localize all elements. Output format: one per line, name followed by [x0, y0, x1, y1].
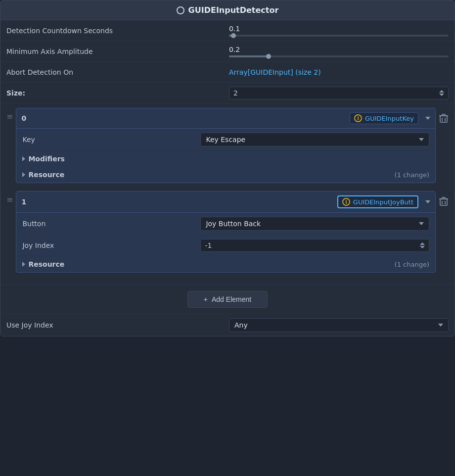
item-0-delete-area [436, 108, 449, 130]
item-0-chevron[interactable] [425, 117, 430, 120]
slider-track-2 [229, 55, 269, 57]
minimum-axis-label: Minimum Axis Amplitude [6, 48, 229, 55]
item-1-controls: ≡ [6, 191, 16, 209]
item-1-type-icon: i [342, 198, 350, 206]
abort-detection-value: Array[GUIDEInput] (size 2) [229, 68, 449, 76]
array-link[interactable]: Array[GUIDEInput] (size 2) [229, 68, 321, 76]
use-joy-index-chevron [438, 324, 443, 327]
svg-rect-7 [440, 199, 447, 205]
use-joy-index-value: Any [229, 318, 449, 332]
array-item-0-outer: ≡ 0 i GUIDEInputKey Key K [6, 108, 449, 187]
array-item-1: 1 i GUIDEInputJoyButt Button Joy Button … [16, 191, 436, 273]
item-1-delete-area [436, 191, 449, 213]
item-1-body: Button Joy Button Back Joy Index [16, 212, 435, 272]
delete-item-1-icon[interactable] [439, 196, 449, 207]
detection-countdown-slider[interactable] [229, 35, 449, 37]
item-0-controls: ≡ [6, 108, 16, 126]
item-1-joy-index-label: Joy Index [22, 241, 200, 249]
detection-countdown-row: Detection Countdown Seconds 0.1 [0, 20, 455, 41]
drag-handle-0[interactable]: ≡ [6, 113, 13, 121]
item-1-button-chevron [419, 222, 424, 225]
item-1-spinner-up[interactable] [420, 242, 425, 245]
item-1-resource-chevron [22, 262, 25, 267]
delete-item-0-icon[interactable] [439, 113, 449, 124]
item-0-key-dropdown[interactable]: Key Escape [200, 133, 429, 146]
detection-countdown-label: Detection Countdown Seconds [6, 27, 229, 35]
use-joy-index-dropdown[interactable]: Any [229, 318, 449, 332]
item-1-chevron[interactable] [425, 200, 430, 203]
item-1-button-value: Joy Button Back [200, 217, 429, 231]
item-0-type-badge: i GUIDEInputKey [350, 112, 418, 124]
size-value: 2 [233, 89, 238, 97]
size-label: Size: [6, 89, 229, 97]
item-1-type-label: GUIDEInputJoyButt [353, 198, 413, 206]
drag-handle-1[interactable]: ≡ [6, 196, 13, 204]
item-0-resource-note: (1 change) [395, 171, 429, 179]
item-0-type-label: GUIDEInputKey [365, 115, 414, 122]
use-joy-index-dropdown-value: Any [234, 321, 248, 329]
item-0-key-chevron [419, 138, 424, 141]
spinner-down-arrow[interactable] [439, 94, 444, 96]
abort-detection-row: Abort Detection On Array[GUIDEInput] (si… [0, 62, 455, 83]
item-1-spinner-arrows [420, 242, 425, 248]
use-joy-index-row: Use Joy Index Any [0, 314, 455, 336]
item-1-header: 1 i GUIDEInputJoyButt [16, 191, 435, 212]
item-0-modifiers-label: Modifiers [28, 155, 64, 163]
item-1-index: 1 [21, 198, 36, 206]
plus-icon: + [204, 295, 208, 303]
item-1-button-dropdown-value: Joy Button Back [206, 220, 261, 228]
detection-countdown-value: 0.1 [229, 25, 449, 37]
item-0-key-value: Key Escape [200, 133, 429, 146]
header-circle-icon [177, 6, 184, 14]
item-0-index: 0 [21, 114, 36, 122]
item-1-joy-index-spinner[interactable]: -1 [200, 239, 429, 252]
svg-rect-0 [440, 116, 447, 122]
array-item-1-outer: ≡ 1 i GUIDEInputJoyButt Button [6, 191, 449, 277]
item-1-button-label: Button [22, 220, 200, 228]
spinner-up-arrow[interactable] [439, 90, 444, 93]
item-0-resource[interactable]: Resource (1 change) [16, 167, 435, 183]
item-0-header: 0 i GUIDEInputKey [16, 108, 435, 128]
add-element-label: Add Element [212, 295, 251, 303]
item-1-type-badge: i GUIDEInputJoyButt [337, 195, 418, 208]
spinner-arrows [439, 90, 444, 96]
minimum-axis-slider[interactable] [229, 55, 449, 57]
item-1-resource-note: (1 change) [395, 261, 429, 268]
slider-thumb [231, 33, 236, 38]
item-1-joy-index-value: -1 [200, 239, 429, 252]
item-0-resource-chevron [22, 172, 25, 177]
abort-detection-label: Abort Detection On [6, 68, 229, 76]
minimum-axis-value: 0.2 [229, 46, 449, 57]
item-0-key-label: Key [22, 136, 200, 143]
panel-header: GUIDEInputDetector [0, 0, 455, 20]
item-1-button-dropdown[interactable]: Joy Button Back [200, 217, 429, 231]
size-spinner[interactable]: 2 [229, 87, 449, 99]
item-0-body: Key Key Escape Modifiers [16, 128, 435, 183]
add-element-row: + Add Element [0, 285, 455, 314]
slider-thumb-2 [266, 54, 271, 59]
array-items-container: ≡ 0 i GUIDEInputKey Key K [0, 104, 455, 285]
item-1-button-row: Button Joy Button Back [16, 213, 435, 235]
item-1-spinner-down[interactable] [420, 246, 425, 248]
use-joy-index-label: Use Joy Index [6, 321, 229, 329]
minimum-axis-row: Minimum Axis Amplitude 0.2 [0, 41, 455, 62]
item-0-key-row: Key Key Escape [16, 129, 435, 151]
panel-title: GUIDEInputDetector [188, 5, 279, 15]
item-0-resource-label: Resource [28, 171, 64, 179]
item-1-joy-index-number: -1 [205, 241, 212, 249]
item-1-joy-index-row: Joy Index -1 [16, 235, 435, 256]
size-row: Size: 2 [0, 83, 455, 104]
item-0-modifiers[interactable]: Modifiers [16, 151, 435, 167]
item-1-resource-label: Resource [28, 260, 64, 268]
add-element-button[interactable]: + Add Element [187, 291, 268, 308]
item-1-resource[interactable]: Resource (1 change) [16, 256, 435, 272]
item-0-type-icon: i [354, 114, 362, 122]
array-item-0: 0 i GUIDEInputKey Key Key Escape [16, 108, 436, 183]
item-0-modifiers-chevron [22, 156, 25, 161]
item-0-key-dropdown-value: Key Escape [206, 136, 245, 143]
